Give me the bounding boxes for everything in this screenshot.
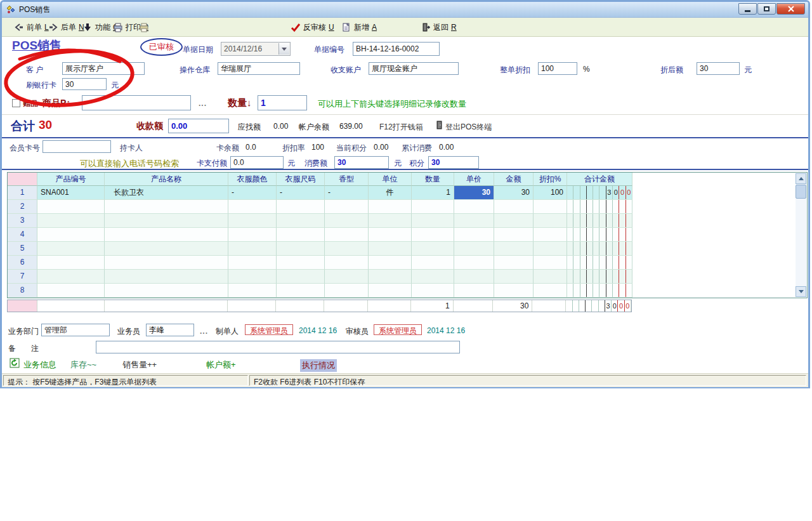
card-pay-input[interactable]: [230, 156, 284, 169]
doc-date-combo[interactable]: 2014/12/16: [221, 42, 291, 56]
func-down-icon: [82, 22, 93, 32]
maximize-button[interactable]: [757, 3, 776, 15]
remark-input[interactable]: [96, 341, 460, 353]
col-header-qty: 数量: [412, 173, 454, 186]
member-card-label: 会员卡号: [10, 143, 40, 154]
row-number: 7: [8, 270, 37, 284]
row-number: 6: [8, 256, 37, 270]
col-header-unit: 单位: [369, 173, 412, 186]
gift-checkbox[interactable]: [12, 99, 20, 107]
cell-name[interactable]: 长款卫衣: [105, 186, 228, 200]
status-left: 提示： 按F5键选择产品，F3键显示单据列表: [3, 375, 248, 386]
received-input[interactable]: [168, 119, 229, 133]
prev-doc-button[interactable]: 前单L: [12, 20, 51, 34]
info-business-info[interactable]: 业务信息: [23, 359, 56, 371]
consume-label: 消费额: [304, 158, 327, 169]
table-row: 7: [8, 270, 807, 284]
table-row: 8: [8, 284, 807, 298]
cell-unit[interactable]: 件: [369, 186, 412, 200]
logout-door-icon: [436, 121, 443, 131]
cell-total-digits[interactable]: 3000: [567, 186, 632, 200]
balance-value: 639.00: [339, 122, 363, 131]
cell-code[interactable]: SNA001: [37, 186, 105, 200]
arrow-down-icon: [799, 290, 804, 293]
info-inventory[interactable]: 库存~~: [70, 359, 96, 371]
col-header-name: 产品名称: [105, 173, 228, 186]
bank-card-label: 刷银行卡: [26, 80, 56, 91]
return-button[interactable]: 返回R: [419, 20, 459, 34]
cell-qty[interactable]: 1: [412, 186, 454, 200]
points-value: 0.00: [374, 143, 388, 152]
scroll-up-button[interactable]: [796, 173, 806, 184]
whole-discount-input[interactable]: [538, 62, 577, 75]
auditor-value: 系统管理员: [374, 324, 422, 335]
salesman-browse-button[interactable]: ...: [200, 327, 208, 336]
new-doc-label: 新增: [354, 22, 369, 33]
col-header-color: 衣服颜色: [228, 173, 277, 186]
grid-vertical-scrollbar[interactable]: [796, 173, 806, 297]
maximize-icon: [764, 6, 769, 11]
product-label: 商品P↑: [43, 98, 70, 109]
printer-icon: [139, 22, 149, 32]
warehouse-input[interactable]: [218, 62, 300, 75]
qty-tip: 可以用上下箭头键选择明细记录修改数量: [318, 98, 466, 110]
total-label: 合计: [11, 118, 35, 135]
print-icon: [113, 22, 123, 32]
close-icon: [788, 6, 794, 12]
account-label: 收支账户: [331, 65, 361, 76]
logout-pos-link[interactable]: 登出POS终端: [445, 122, 492, 133]
scroll-down-button[interactable]: [796, 286, 806, 297]
info-account-amount[interactable]: 帐户额+: [206, 359, 236, 371]
yuan-suffix-1: 元: [744, 65, 752, 76]
info-execution-status[interactable]: 执行情况: [300, 359, 337, 372]
doc-date-dropdown-button[interactable]: [278, 43, 289, 55]
unaudit-button[interactable]: 反审核U: [289, 20, 336, 34]
discounted-label: 折后额: [660, 65, 683, 76]
creator-label: 制单人: [216, 326, 239, 337]
table-row: 3: [8, 214, 807, 228]
scroll-thumb[interactable]: [796, 185, 806, 199]
dept-input[interactable]: [41, 324, 110, 336]
cell-color[interactable]: -: [228, 186, 277, 200]
row-number: 3: [8, 214, 37, 228]
account-input[interactable]: [369, 62, 459, 75]
member-card-input[interactable]: [43, 140, 111, 153]
bank-card-input[interactable]: [62, 78, 107, 90]
salesman-input[interactable]: [146, 324, 194, 336]
grid-header-row: 产品编号 产品名称 衣服颜色 衣服尺码 香型 单位 数量 单价 金额 折扣% 合…: [8, 173, 807, 186]
functions-label: 功能: [95, 22, 110, 33]
totals-corner-cell: [8, 300, 37, 312]
business-info-icon: [10, 358, 20, 370]
new-doc-button[interactable]: 新增A: [339, 20, 379, 34]
qty-input[interactable]: [258, 95, 307, 110]
minimize-icon: [745, 10, 750, 12]
doc-no-input[interactable]: [353, 42, 440, 56]
arrow-up-icon: [799, 177, 804, 180]
minimize-button[interactable]: [738, 3, 757, 15]
prev-doc-label: 前单: [27, 22, 42, 33]
balance-label: 帐户余额: [299, 122, 329, 133]
discounted-input[interactable]: [697, 62, 740, 75]
product-browse-button[interactable]: ...: [199, 99, 207, 108]
doc-date-value: 2014/12/16: [224, 44, 262, 53]
cell-amount[interactable]: 30: [494, 186, 534, 200]
pos-window: POS销售 前单L: [0, 0, 810, 388]
points-label: 当前积分: [336, 143, 367, 154]
printer-quick-button[interactable]: [137, 20, 151, 34]
customer-input[interactable]: [62, 62, 145, 75]
creator-date: 2014 12 16: [299, 326, 337, 335]
consume-input[interactable]: [334, 156, 389, 169]
score-input[interactable]: [428, 156, 479, 169]
table-row: 5: [8, 242, 807, 256]
table-row: 4: [8, 228, 807, 242]
cell-scent[interactable]: -: [325, 186, 369, 200]
info-sales-volume[interactable]: 销售量++: [122, 359, 157, 371]
cell-size[interactable]: -: [277, 186, 325, 200]
toolbar: 前单L 后单N 功能O 打印P: [2, 18, 808, 37]
close-button[interactable]: [776, 3, 805, 15]
cell-discount[interactable]: 100: [534, 186, 567, 200]
app-icon: [6, 4, 16, 15]
cell-price-selected[interactable]: 30: [454, 186, 494, 200]
received-label: 收款额: [136, 121, 163, 132]
product-input[interactable]: [82, 95, 191, 110]
